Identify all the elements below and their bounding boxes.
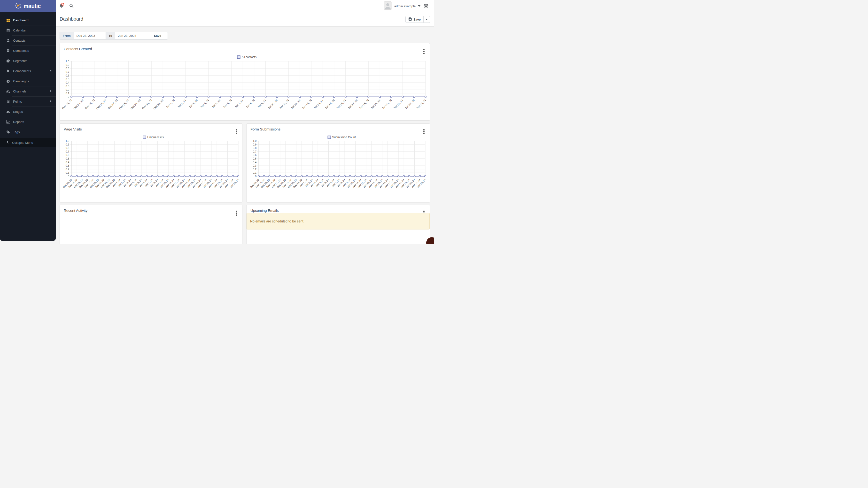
svg-text:0: 0 (68, 175, 69, 178)
panel-form-submissions: Form Submissions 1.00.90.80.70.60.50.40.… (246, 124, 430, 202)
page-title: Dashboard (60, 16, 83, 22)
mautic-logo-text: mautic (24, 3, 41, 9)
sidebar-item-label: Contacts (13, 39, 25, 42)
svg-text:0: 0 (255, 175, 256, 178)
clock-icon (6, 79, 10, 83)
svg-text:Jan 12, 24: Jan 12, 24 (290, 99, 301, 110)
sidebar-item-components[interactable]: Components (0, 66, 56, 76)
chevron-right-icon (50, 69, 52, 73)
pie-chart-icon (6, 59, 10, 63)
gauge-icon (6, 110, 10, 113)
svg-text:Dec 30, 23: Dec 30, 23 (141, 99, 152, 110)
sidebar-item-channels[interactable]: Channels (0, 86, 56, 96)
no-emails-alert: No emails are scheduled to be sent. (247, 213, 430, 229)
save-split-button: Save (405, 16, 430, 23)
user-icon (6, 39, 10, 42)
no-emails-alert-text: No emails are scheduled to be sent. (250, 219, 304, 223)
svg-text:Dec 23, 23: Dec 23, 23 (62, 99, 72, 110)
form-submissions-chart: 1.00.90.80.70.60.50.40.30.20.10Dec 23, 2… (248, 135, 428, 202)
avatar (383, 1, 392, 11)
svg-text:Jan 9, 24: Jan 9, 24 (257, 99, 267, 108)
save-dropdown-button[interactable] (424, 16, 430, 23)
svg-text:Jan 15, 24: Jan 15, 24 (324, 99, 335, 110)
panel-page-visits: Page Visits 1.00.90.80.70.60.50.40.30.20… (60, 124, 242, 202)
sidebar-item-label: Reports (13, 120, 24, 124)
collapse-menu-label: Collapse Menu (12, 141, 33, 144)
tag-icon (6, 130, 10, 134)
sidebar-item-label: Stages (13, 110, 23, 113)
svg-text:0.4: 0.4 (66, 81, 69, 84)
sidebar-item-points[interactable]: Points (0, 96, 56, 106)
svg-text:Dec 24, 23: Dec 24, 23 (73, 99, 84, 110)
floppy-icon (408, 17, 412, 22)
chart-line-icon (6, 120, 10, 124)
building-icon (6, 49, 10, 53)
svg-text:1.0: 1.0 (253, 139, 256, 142)
page-visits-chart: 1.00.90.80.70.60.50.40.30.20.10Dec 23, 2… (62, 135, 241, 202)
date-from-input[interactable] (74, 32, 106, 39)
mautic-logo[interactable]: mautic (0, 0, 56, 12)
panel-title: Upcoming Emails (250, 208, 279, 213)
chart-svg: 1.00.90.80.70.60.50.40.30.20.10Dec 23, 2… (62, 55, 428, 119)
panel-title: Contacts Created (64, 47, 92, 51)
from-label: From (60, 32, 74, 39)
chevron-down-icon (426, 19, 428, 20)
svg-text:Dec 25, 23: Dec 25, 23 (84, 99, 95, 110)
sidebar-item-tags[interactable]: Tags (0, 127, 56, 137)
user-name: admin example (394, 4, 415, 8)
sidebar-item-label: Segments (13, 59, 27, 63)
svg-text:Jan 7, 24: Jan 7, 24 (234, 99, 244, 108)
to-label: To (106, 32, 116, 39)
sidebar-item-stages[interactable]: Stages (0, 106, 56, 117)
chevron-down-icon (418, 5, 421, 7)
svg-text:Jan 22, 24: Jan 22, 24 (404, 99, 415, 110)
svg-text:0.7: 0.7 (66, 150, 69, 153)
svg-text:Jan 18, 24: Jan 18, 24 (359, 99, 370, 110)
date-filter-save-button[interactable]: Save (147, 32, 168, 39)
svg-text:0.9: 0.9 (66, 63, 69, 66)
chart-svg: 1.00.90.80.70.60.50.40.30.20.10Dec 23, 2… (62, 135, 241, 201)
svg-text:Dec 26, 23: Dec 26, 23 (96, 99, 107, 110)
sidebar-item-dashboard[interactable]: Dashboard (0, 15, 56, 25)
mautic-logo-icon (15, 2, 22, 10)
bell-icon (59, 3, 65, 10)
settings-button[interactable] (422, 0, 430, 12)
global-search-button[interactable] (67, 0, 75, 12)
notifications-button[interactable] (58, 0, 66, 12)
collapse-menu-button[interactable]: Collapse Menu (0, 138, 56, 147)
user-menu[interactable]: admin example (383, 0, 421, 12)
sidebar-item-reports[interactable]: Reports (0, 117, 56, 127)
kebab-menu-icon[interactable] (422, 127, 426, 133)
svg-text:Jan 17, 24: Jan 17, 24 (347, 99, 358, 110)
sidebar-item-companies[interactable]: Companies (0, 45, 56, 56)
sidebar-item-contacts[interactable]: Contacts (0, 35, 56, 45)
svg-text:0.5: 0.5 (253, 157, 256, 160)
gear-icon (423, 3, 429, 9)
sidebar-item-campaigns[interactable]: Campaigns (0, 76, 56, 86)
sidebar-item-label: Campaigns (13, 79, 29, 83)
svg-text:0.2: 0.2 (66, 168, 69, 171)
save-button-label: Save (413, 18, 421, 21)
kebab-menu-icon[interactable] (422, 46, 426, 52)
svg-text:Dec 29, 23: Dec 29, 23 (130, 99, 141, 110)
date-to-input[interactable] (115, 32, 147, 39)
svg-text:0.3: 0.3 (66, 164, 69, 167)
svg-text:0.7: 0.7 (66, 70, 69, 73)
svg-text:0.1: 0.1 (66, 92, 69, 95)
svg-text:Jan 20, 24: Jan 20, 24 (381, 99, 392, 110)
save-button[interactable]: Save (405, 16, 424, 23)
svg-text:Jan 11, 24: Jan 11, 24 (279, 99, 289, 109)
search-icon (69, 3, 74, 9)
svg-text:Jan 5, 24: Jan 5, 24 (211, 99, 221, 108)
sidebar-item-label: Components (13, 69, 31, 73)
sidebar-item-segments[interactable]: Segments (0, 56, 56, 66)
svg-text:Jan 21, 24: Jan 21, 24 (393, 99, 404, 110)
sidebar-item-label: Companies (13, 49, 29, 53)
svg-text:0.2: 0.2 (253, 168, 256, 171)
svg-text:All contacts: All contacts (242, 56, 256, 59)
kebab-menu-icon[interactable] (234, 127, 239, 133)
svg-text:0.2: 0.2 (66, 88, 69, 91)
sidebar-item-calendar[interactable]: Calendar (0, 25, 56, 35)
kebab-menu-icon[interactable] (234, 208, 239, 214)
chevron-right-icon (50, 99, 52, 104)
